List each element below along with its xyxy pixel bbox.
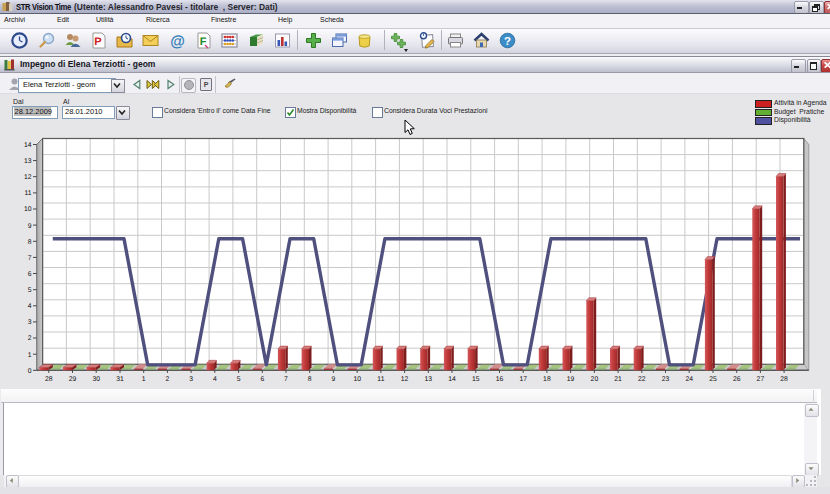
- svg-text:13: 13: [425, 376, 433, 383]
- svg-text:11: 11: [24, 190, 31, 197]
- svg-text:5: 5: [237, 376, 241, 383]
- svg-text:8: 8: [308, 376, 312, 383]
- svg-text:11: 11: [377, 376, 384, 383]
- svg-text:25: 25: [709, 376, 717, 383]
- svg-text:P: P: [94, 36, 101, 48]
- svg-text:0: 0: [28, 368, 32, 375]
- svg-text:6: 6: [28, 271, 32, 278]
- svg-text:3: 3: [189, 376, 193, 383]
- svg-text:17: 17: [519, 376, 527, 383]
- svg-text:3: 3: [28, 319, 32, 326]
- svg-text:4: 4: [28, 303, 32, 310]
- svg-text:9: 9: [28, 223, 32, 230]
- svg-text:15: 15: [472, 376, 480, 383]
- svg-text:7: 7: [28, 255, 32, 262]
- svg-text:10: 10: [353, 376, 361, 383]
- svg-text:2: 2: [166, 376, 170, 383]
- svg-text:2: 2: [28, 335, 32, 342]
- svg-text:18: 18: [543, 376, 551, 383]
- svg-text:19: 19: [567, 376, 575, 383]
- svg-text:16: 16: [496, 376, 504, 383]
- svg-text:21: 21: [614, 376, 622, 383]
- svg-text:14: 14: [448, 376, 456, 383]
- svg-text:31: 31: [116, 376, 124, 383]
- svg-text:5: 5: [28, 287, 32, 294]
- svg-text:24: 24: [685, 376, 693, 383]
- svg-text:10: 10: [24, 206, 32, 213]
- svg-text:1: 1: [142, 376, 146, 383]
- svg-text:12: 12: [24, 174, 32, 181]
- svg-text:9: 9: [332, 376, 336, 383]
- svg-text:?: ?: [504, 36, 511, 48]
- svg-text:27: 27: [757, 376, 765, 383]
- svg-text:14: 14: [24, 142, 32, 149]
- svg-text:@: @: [170, 33, 185, 50]
- svg-text:22: 22: [638, 376, 646, 383]
- svg-text:1: 1: [28, 352, 32, 359]
- svg-text:23: 23: [662, 376, 670, 383]
- svg-text:6: 6: [260, 376, 264, 383]
- svg-text:12: 12: [401, 376, 409, 383]
- svg-text:28: 28: [45, 376, 53, 383]
- svg-text:13: 13: [24, 158, 32, 165]
- svg-text:4: 4: [213, 376, 217, 383]
- svg-text:7: 7: [284, 376, 288, 383]
- svg-text:30: 30: [92, 376, 100, 383]
- svg-text:26: 26: [733, 376, 741, 383]
- svg-text:28: 28: [780, 376, 788, 383]
- svg-text:29: 29: [69, 376, 77, 383]
- svg-text:8: 8: [28, 239, 32, 246]
- svg-text:20: 20: [591, 376, 599, 383]
